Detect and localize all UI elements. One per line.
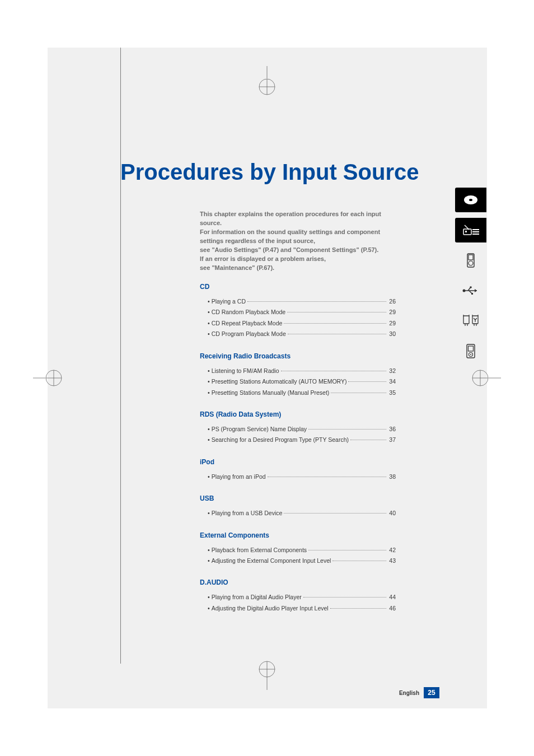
- svg-rect-29: [471, 293, 473, 295]
- leader-dots: [288, 334, 387, 334]
- toc-entry[interactable]: •Playing from a USB Device40: [200, 508, 396, 519]
- bullet-icon: •: [208, 424, 210, 435]
- bullet-icon: •: [208, 556, 210, 566]
- svg-rect-24: [469, 255, 473, 260]
- toc-label: Playing from an iPod: [212, 472, 266, 482]
- tab-ipod[interactable]: [455, 248, 486, 273]
- daudio-tab-icon: [465, 343, 477, 360]
- tab-usb[interactable]: [455, 278, 486, 303]
- radio-tab-icon: [461, 224, 480, 236]
- toc-page: 26: [389, 296, 396, 307]
- toc-entry[interactable]: •Playing from an iPod38: [200, 472, 396, 482]
- toc-entry[interactable]: •CD Repeat Playback Mode29: [200, 318, 396, 329]
- bullet-icon: •: [208, 376, 210, 387]
- toc-label: Playing from a Digital Audio Player: [212, 592, 302, 603]
- tab-daudio[interactable]: [455, 339, 486, 363]
- left-margin-rule: [120, 48, 121, 664]
- cd-tab-icon: [463, 194, 479, 206]
- toc-page: 32: [389, 366, 396, 376]
- section-head-daudio: D.AUDIO: [200, 578, 396, 586]
- leader-dots: [281, 371, 387, 371]
- svg-point-25: [469, 261, 473, 265]
- language-label: English: [399, 690, 419, 696]
- intro-line: see "Audio Settings" (P.47) and "Compone…: [200, 246, 387, 255]
- toc-entry[interactable]: •Adjusting the Digital Audio Player Inpu…: [200, 603, 396, 614]
- usb-tab-icon: [461, 286, 480, 296]
- table-of-contents: CD •Playing a CD26 •CD Random Playback M…: [200, 283, 396, 614]
- toc-label: CD Repeat Playback Mode: [212, 318, 283, 329]
- bullet-icon: •: [208, 472, 210, 482]
- leader-dots: [287, 312, 386, 312]
- bullet-icon: •: [208, 435, 210, 445]
- ipod-tab-icon: [466, 253, 476, 268]
- tab-cd[interactable]: [455, 188, 486, 212]
- toc-label: Adjusting the Digital Audio Player Input…: [212, 603, 329, 614]
- leader-dots: [350, 440, 386, 440]
- side-tab-bar: [455, 188, 489, 369]
- toc-entry[interactable]: •Presetting Stations Manually (Manual Pr…: [200, 388, 396, 398]
- svg-rect-42: [469, 346, 474, 351]
- toc-label: Adjusting the External Component Input L…: [212, 556, 331, 566]
- toc-page: 36: [389, 424, 396, 435]
- bullet-icon: •: [208, 508, 210, 519]
- intro-line: For information on the sound quality set…: [200, 228, 387, 246]
- section-head-usb: USB: [200, 494, 396, 502]
- toc-page: 43: [389, 556, 396, 566]
- section-head-external: External Components: [200, 531, 396, 539]
- leader-dots: [348, 381, 386, 382]
- toc-label: PS (Program Service) Name Display: [212, 424, 307, 435]
- toc-page: 46: [389, 603, 396, 614]
- svg-point-28: [470, 286, 472, 288]
- toc-label: Searching for a Desired Program Type (PT…: [212, 435, 349, 445]
- svg-point-16: [469, 199, 472, 201]
- toc-entry[interactable]: •Playing from a Digital Audio Player44: [200, 592, 396, 603]
- tab-radio[interactable]: [455, 218, 486, 242]
- svg-rect-18: [463, 229, 471, 235]
- leader-dots: [331, 393, 386, 393]
- bullet-icon: •: [208, 603, 210, 614]
- toc-label: CD Random Playback Mode: [212, 307, 285, 318]
- section-head-ipod: iPod: [200, 458, 396, 466]
- toc-entry[interactable]: •PS (Program Service) Name Display36: [200, 424, 396, 435]
- leader-dots: [268, 477, 387, 477]
- toc-entry[interactable]: •CD Program Playback Mode30: [200, 329, 396, 339]
- svg-rect-22: [472, 234, 479, 235]
- svg-rect-20: [472, 229, 479, 230]
- toc-label: Playing a CD: [212, 296, 246, 307]
- intro-line: If an error is displayed or a problem ar…: [200, 255, 387, 264]
- bullet-icon: •: [208, 545, 210, 556]
- toc-entry[interactable]: •Listening to FM/AM Radio32: [200, 366, 396, 376]
- toc-label: Listening to FM/AM Radio: [212, 366, 279, 376]
- bullet-icon: •: [208, 592, 210, 603]
- leader-dots: [308, 429, 386, 430]
- toc-page: 29: [389, 307, 396, 318]
- leader-dots: [284, 513, 386, 514]
- toc-page: 35: [389, 388, 396, 398]
- section-head-cd: CD: [200, 283, 396, 291]
- external-tab-icon: [461, 314, 480, 328]
- toc-label: Presetting Stations Automatically (AUTO …: [212, 376, 347, 387]
- bullet-icon: •: [208, 307, 210, 318]
- toc-entry[interactable]: •Searching for a Desired Program Type (P…: [200, 435, 396, 445]
- toc-page: 42: [389, 545, 396, 556]
- toc-page: 29: [389, 318, 396, 329]
- toc-entry[interactable]: •CD Random Playback Mode29: [200, 307, 396, 318]
- svg-point-44: [470, 354, 471, 355]
- toc-entry[interactable]: •Adjusting the External Component Input …: [200, 556, 396, 566]
- toc-entry[interactable]: •Playback from External Components42: [200, 545, 396, 556]
- toc-entry[interactable]: •Playing a CD26: [200, 296, 396, 307]
- bullet-icon: •: [208, 296, 210, 307]
- tab-external[interactable]: [455, 309, 486, 333]
- toc-label: Playback from External Components: [212, 545, 307, 556]
- bullet-icon: •: [208, 318, 210, 329]
- toc-label: Playing from a USB Device: [212, 508, 283, 519]
- toc-page: 34: [389, 376, 396, 387]
- svg-rect-19: [465, 231, 467, 232]
- toc-entry[interactable]: •Presetting Stations Automatically (AUTO…: [200, 376, 396, 387]
- intro-line: see "Maintenance" (P.67).: [200, 264, 387, 273]
- section-head-radio: Receiving Radio Broadcasts: [200, 352, 396, 360]
- bullet-icon: •: [208, 366, 210, 376]
- toc-page: 40: [389, 508, 396, 519]
- toc-page: 37: [389, 435, 396, 445]
- toc-label: Presetting Stations Manually (Manual Pre…: [212, 388, 330, 398]
